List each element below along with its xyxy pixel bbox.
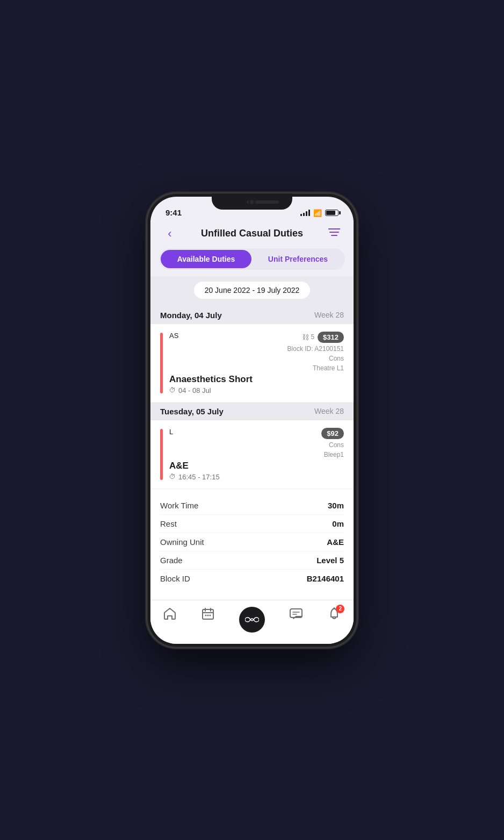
- duty1-code: AS: [169, 332, 178, 340]
- book-duty-wrapper: Book Duty: [150, 595, 354, 600]
- status-icons: 📶: [300, 209, 339, 217]
- detail-value-2: A&E: [327, 537, 344, 547]
- detail-section: Work Time 30m Rest 0m Owning Unit A&E Gr…: [150, 489, 354, 595]
- detail-row-4: Block ID B2146401: [160, 570, 344, 587]
- phone-frame: 9:41 📶 ‹ Unfilled Casual Duties: [147, 193, 357, 647]
- day2-week: Week 28: [314, 407, 344, 415]
- svg-point-8: [207, 614, 208, 616]
- day-header-1: Monday, 04 July Week 28: [150, 306, 354, 324]
- date-range-wrapper: 20 June 2022 - 19 July 2022: [150, 276, 354, 306]
- detail-row-2: Owning Unit A&E: [160, 533, 344, 551]
- duty1-time: ⏱ 04 - 08 Jul: [169, 386, 344, 394]
- date-range-pill[interactable]: 20 June 2022 - 19 July 2022: [194, 282, 311, 299]
- duty2-name: A&E: [169, 461, 344, 471]
- nav-notifications[interactable]: 2: [327, 607, 341, 621]
- duty-card-top-1: AS ⛓ 5 $312 Block ID: A2100151: [169, 332, 344, 373]
- battery-icon: [325, 210, 339, 216]
- duty-card-2[interactable]: L $92 Cons Bleep1 A&E ⏱ 16:45 - 17:15: [150, 420, 354, 489]
- duty1-badges: ⛓ 5 $312: [302, 332, 344, 343]
- page-header: ‹ Unfilled Casual Duties: [150, 220, 354, 248]
- detail-value-4: B2146401: [307, 574, 344, 583]
- bottom-nav: 2: [150, 600, 354, 644]
- duty1-price: $312: [318, 332, 344, 343]
- detail-row-0: Work Time 30m: [160, 497, 344, 515]
- nav-calendar[interactable]: [201, 607, 215, 621]
- tab-selector: Available Duties Unit Preferences: [159, 248, 345, 270]
- duty2-right: $92 Cons Bleep1: [321, 428, 344, 460]
- screen: 9:41 📶 ‹ Unfilled Casual Duties: [150, 197, 354, 644]
- filter-button[interactable]: [326, 228, 343, 239]
- status-time: 9:41: [165, 208, 182, 217]
- wifi-icon: 📶: [313, 209, 322, 217]
- tab-unit-preferences[interactable]: Unit Preferences: [253, 250, 343, 268]
- detail-label-2: Owning Unit: [160, 537, 204, 547]
- duty1-meta: Block ID: A2100151 Cons Theatre L1: [287, 344, 344, 373]
- detail-label-4: Block ID: [160, 574, 190, 583]
- detail-label-3: Grade: [160, 556, 183, 565]
- camera: [249, 199, 255, 205]
- tab-available-duties[interactable]: Available Duties: [161, 250, 251, 268]
- day2-label: Tuesday, 05 July: [160, 407, 224, 416]
- svg-point-9: [209, 614, 211, 616]
- notification-badge: 2: [336, 605, 344, 613]
- chain-icon: ⛓: [302, 333, 309, 341]
- duty2-price: $92: [321, 428, 344, 439]
- duty1-name: Anaesthetics Short: [169, 374, 344, 385]
- nav-infinity[interactable]: [239, 607, 265, 633]
- duty-body-1: AS ⛓ 5 $312 Block ID: A2100151: [169, 332, 344, 394]
- nav-home[interactable]: [163, 607, 177, 621]
- clock-icon-1: ⏱: [169, 386, 176, 394]
- clock-icon-2: ⏱: [169, 473, 176, 480]
- notch: [212, 193, 292, 210]
- detail-value-0: 30m: [328, 501, 344, 510]
- nav-messages[interactable]: [289, 607, 303, 621]
- duty2-meta: Cons Bleep1: [324, 440, 344, 460]
- duty2-time: ⏱ 16:45 - 17:15: [169, 473, 344, 481]
- duty-accent-1: [160, 333, 163, 393]
- detail-label-1: Rest: [160, 519, 177, 528]
- detail-value-1: 0m: [332, 519, 344, 528]
- back-button[interactable]: ‹: [161, 227, 178, 241]
- duty-accent-2: [160, 429, 163, 480]
- svg-point-7: [205, 614, 206, 616]
- page-title: Unfilled Casual Duties: [201, 228, 303, 239]
- duty-body-2: L $92 Cons Bleep1 A&E ⏱ 16:45 - 17:15: [169, 428, 344, 481]
- main-content: ‹ Unfilled Casual Duties Available Dutie…: [150, 220, 354, 600]
- duty2-code: L: [169, 428, 173, 436]
- detail-row-3: Grade Level 5: [160, 551, 344, 570]
- day-header-2: Tuesday, 05 July Week 28: [150, 403, 354, 420]
- detail-label-0: Work Time: [160, 501, 198, 510]
- signal-icon: [300, 210, 310, 216]
- duty1-right: ⛓ 5 $312 Block ID: A2100151 Cons Theatre…: [287, 332, 344, 373]
- duty-card-1[interactable]: AS ⛓ 5 $312 Block ID: A2100151: [150, 324, 354, 403]
- day1-label: Monday, 04 July: [160, 311, 222, 320]
- detail-value-3: Level 5: [316, 556, 344, 565]
- svg-rect-3: [203, 609, 213, 619]
- duty-card-top-2: L $92 Cons Bleep1: [169, 428, 344, 460]
- day1-week: Week 28: [314, 311, 344, 319]
- detail-row-1: Rest 0m: [160, 515, 344, 533]
- duty1-chain: ⛓ 5: [302, 333, 314, 341]
